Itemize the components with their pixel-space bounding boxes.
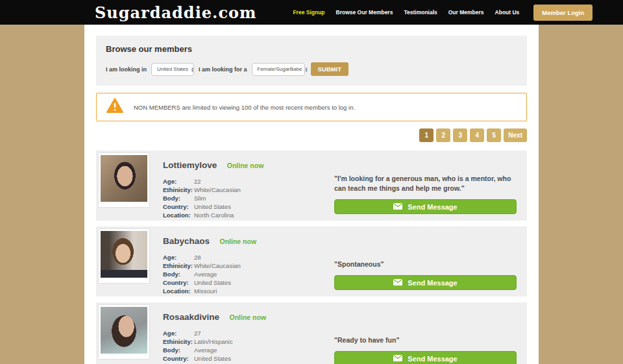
main-content: Browse our members I am looking in Unite… — [84, 25, 539, 364]
detail-label: Country: — [163, 354, 194, 363]
site-logo[interactable]: Sugardaddie.com — [95, 3, 256, 22]
nav-free-signup[interactable]: Free Signup — [293, 9, 324, 16]
detail-value: Slim — [194, 194, 206, 202]
nav-our-members[interactable]: Our Members — [448, 9, 484, 16]
detail-value: North Carolina — [194, 211, 234, 219]
member-quote: "Spontaneous" — [334, 247, 517, 269]
main-nav: Free Signup Browse Our Members Testimoni… — [293, 9, 519, 16]
detail-label: Ethinicity: — [163, 337, 194, 346]
looking-for-select[interactable]: Female/SugarBabe ▲▼ — [252, 63, 305, 76]
member-name[interactable]: Babychaos — [163, 236, 210, 246]
non-members-notice: NON MEMBERS are limited to viewing 100 o… — [96, 93, 527, 121]
detail-value: United States — [194, 354, 231, 363]
select-stepper-icon: ▲▼ — [304, 67, 308, 72]
detail-label: Body: — [163, 270, 194, 278]
detail-value: Latin/Hispanic — [194, 337, 233, 346]
detail-label: Location: — [163, 211, 194, 219]
nav-browse-our-members[interactable]: Browse Our Members — [336, 9, 393, 16]
online-status: Online now — [230, 313, 267, 321]
envelope-icon — [393, 203, 402, 211]
detail-label: Location: — [163, 287, 194, 295]
detail-label: Age: — [163, 177, 194, 186]
member-card: Babychaos Online now Age:28 Ethinicity:W… — [96, 226, 527, 297]
detail-value: 22 — [194, 177, 201, 186]
detail-value: United States — [194, 278, 231, 287]
looking-for-selected-value: Female/SugarBabe — [258, 66, 302, 72]
warning-icon — [106, 98, 123, 116]
looking-in-select[interactable]: United States ▲▼ — [151, 63, 194, 76]
detail-label: Ethinicity: — [163, 186, 194, 194]
page-button-3[interactable]: 3 — [453, 128, 467, 142]
detail-value: White/Caucasian — [194, 261, 241, 270]
detail-value: Missouri — [194, 287, 217, 295]
envelope-icon — [393, 279, 402, 287]
submit-button[interactable]: SUBMIT — [311, 62, 348, 76]
send-message-button[interactable]: Send Message — [334, 199, 517, 214]
detail-value: United States — [194, 202, 231, 211]
detail-label: Body: — [163, 346, 194, 354]
page-title: Browse our members — [106, 44, 517, 54]
detail-value: 27 — [194, 329, 201, 337]
detail-label: Country: — [163, 278, 194, 287]
send-message-button[interactable]: Send Message — [334, 351, 517, 364]
member-card: Rosaakdivine Online now Age:27 Ethinicit… — [96, 302, 527, 364]
notice-text: NON MEMBERS are limited to viewing 100 o… — [134, 104, 355, 111]
nav-testimonials[interactable]: Testimonials — [404, 9, 437, 16]
member-quote: "Ready to have fun" — [334, 323, 517, 345]
detail-label: Ethinicity: — [163, 261, 194, 270]
member-photo[interactable] — [99, 305, 149, 359]
member-login-button[interactable]: Member Login — [533, 5, 592, 21]
member-photo[interactable] — [99, 229, 149, 283]
member-name[interactable]: Lottiemylove — [163, 160, 217, 170]
member-photo[interactable] — [99, 153, 149, 207]
looking-for-label: I am looking for a — [199, 66, 247, 73]
page: Sugardaddie.com Free Signup Browse Our M… — [0, 0, 623, 364]
online-status: Online now — [227, 162, 264, 169]
select-stepper-icon: ▲▼ — [191, 67, 194, 72]
top-header: Sugardaddie.com Free Signup Browse Our M… — [0, 0, 623, 25]
member-quote: "I'm looking for a generous man, who is … — [334, 171, 517, 193]
online-status: Online now — [219, 237, 256, 245]
detail-label: Age: — [163, 253, 194, 261]
detail-label: Body: — [163, 194, 194, 202]
next-page-button[interactable]: Next — [504, 128, 527, 142]
member-name[interactable]: Rosaakdivine — [163, 312, 219, 322]
looking-in-selected-value: United States — [157, 66, 188, 72]
detail-value: Average — [194, 346, 217, 354]
send-message-button[interactable]: Send Message — [334, 275, 517, 290]
page-button-2[interactable]: 2 — [436, 128, 450, 142]
page-button-4[interactable]: 4 — [470, 128, 484, 142]
detail-label: Age: — [163, 329, 194, 337]
detail-value: Average — [194, 270, 217, 278]
looking-in-label: I am looking in — [106, 66, 147, 73]
page-button-5[interactable]: 5 — [487, 128, 501, 142]
detail-value: 28 — [194, 253, 201, 261]
page-button-1[interactable]: 1 — [419, 128, 434, 142]
detail-label: Country: — [163, 202, 194, 211]
nav-about-us[interactable]: About Us — [495, 9, 520, 16]
detail-value: White/Caucasian — [194, 186, 241, 194]
envelope-icon — [393, 355, 402, 363]
member-card: Lottiemylove Online now Age:22 Ethinicit… — [96, 151, 527, 221]
pagination: 1 2 3 4 5 Next — [96, 128, 527, 142]
browse-filter-panel: Browse our members I am looking in Unite… — [96, 36, 527, 86]
